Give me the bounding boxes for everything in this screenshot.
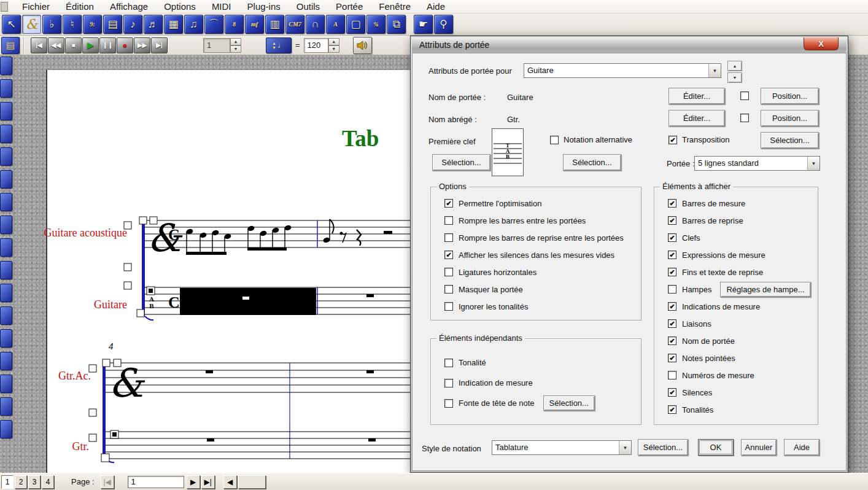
checked-checkbox[interactable]: ✔ xyxy=(668,199,676,208)
abbr-position-button[interactable]: Position... xyxy=(761,110,819,126)
palette-tool-button[interactable] xyxy=(0,284,12,302)
checked-checkbox[interactable]: ✔ xyxy=(668,336,676,345)
hscroll-left-button[interactable]: ◀ xyxy=(223,475,237,489)
abbr-position-checkbox[interactable] xyxy=(740,114,749,122)
checked-checkbox[interactable]: ✔ xyxy=(668,319,676,328)
palette-tool-button[interactable] xyxy=(0,397,12,416)
checked-checkbox[interactable]: ✔ xyxy=(668,251,676,259)
alt-notation-selection-button[interactable]: Sélection... xyxy=(563,154,621,171)
speaker-icon[interactable] xyxy=(353,37,372,54)
measure-number-field[interactable] xyxy=(203,38,230,53)
palette-tool-button[interactable] xyxy=(0,193,12,211)
system-barline[interactable] xyxy=(142,217,145,316)
hand-grabber-button[interactable]: ☛ xyxy=(414,15,433,34)
unchecked-checkbox[interactable] xyxy=(444,285,453,294)
time-signature-button[interactable]: ♮ xyxy=(63,15,82,34)
view-page-button-2[interactable]: 2 xyxy=(15,475,27,489)
checked-checkbox[interactable]: ✔ xyxy=(668,268,676,276)
palette-tool-button[interactable] xyxy=(0,170,12,189)
page-layout-button[interactable]: ⧉ xyxy=(387,15,406,34)
tuplet-button[interactable]: ♫ xyxy=(184,15,203,34)
unchecked-checkbox[interactable] xyxy=(444,399,453,408)
selection-region-button[interactable]: ▢ xyxy=(346,15,365,34)
palette-tool-button[interactable] xyxy=(0,216,12,234)
chord-cm7-button[interactable]: CM7 xyxy=(285,15,304,34)
checked-checkbox[interactable]: ✔ xyxy=(668,405,676,414)
record-button[interactable]: ● xyxy=(117,37,133,53)
cancel-button[interactable]: Annuler xyxy=(741,439,777,456)
edit-abbr-name-button[interactable]: Éditer... xyxy=(668,110,725,126)
checked-checkbox[interactable]: ✔ xyxy=(668,216,676,225)
rewind-button[interactable]: ◀◀ xyxy=(48,37,64,53)
transposition-checkbox[interactable]: ✔ xyxy=(668,136,677,144)
edit-staff-name-button[interactable]: Éditer... xyxy=(668,88,725,104)
staff-tool-button[interactable]: & xyxy=(22,15,41,34)
ottava-button[interactable]: 8 xyxy=(225,15,244,34)
selected-measure-highlight[interactable] xyxy=(180,288,316,315)
speedy-entry-button[interactable]: ♬ xyxy=(144,15,163,34)
tempo-spin-up-button[interactable]: ▲ xyxy=(328,38,339,45)
view-page-button-4[interactable]: 4 xyxy=(42,475,54,489)
palette-tool-button[interactable] xyxy=(0,147,12,166)
checked-checkbox[interactable]: ✔ xyxy=(668,354,676,362)
menu-item-portée[interactable]: Portée xyxy=(328,1,371,12)
articulation-button[interactable]: ∩ xyxy=(306,15,325,34)
palette-tool-button[interactable] xyxy=(0,79,12,98)
menu-item-aide[interactable]: Aide xyxy=(419,1,453,12)
view-page-button-1[interactable]: 1 xyxy=(1,475,14,489)
close-button[interactable]: X xyxy=(804,37,839,50)
checked-checkbox[interactable]: ✔ xyxy=(668,233,676,242)
staff-spin-up-button[interactable]: ▲ xyxy=(727,61,742,71)
palette-tool-button[interactable] xyxy=(0,420,12,438)
zoom-tool-button[interactable]: ⚲ xyxy=(434,15,453,34)
fast-forward-button[interactable]: ▶▶ xyxy=(134,37,150,53)
unchecked-checkbox[interactable] xyxy=(444,233,453,242)
system-barline[interactable] xyxy=(103,359,106,459)
ok-button[interactable]: OK xyxy=(698,439,734,456)
menu-item-édition[interactable]: Édition xyxy=(58,1,102,12)
first-page-button[interactable]: |◀ xyxy=(101,475,114,489)
palette-tool-button[interactable] xyxy=(0,238,12,257)
go-to-start-button[interactable]: |◀ xyxy=(31,37,47,53)
menu-item-midi[interactable]: MIDI xyxy=(204,1,239,12)
checked-checkbox[interactable]: ✔ xyxy=(444,199,453,208)
transposition-selection-button[interactable]: Sélection... xyxy=(761,132,819,149)
key-signature-button[interactable]: ♭ xyxy=(42,15,61,34)
measure-spin-up-button[interactable]: ▲ xyxy=(230,38,241,45)
palette-tool-button[interactable] xyxy=(0,102,12,120)
tempo-spin-down-button[interactable]: ▼ xyxy=(328,45,339,53)
staff-select-combobox[interactable]: Guitare ▼ xyxy=(524,63,721,78)
notation-style-selection-button[interactable]: Sélection... xyxy=(638,439,688,456)
play-button[interactable]: ▶ xyxy=(82,37,99,53)
next-page-button[interactable]: ▶ xyxy=(187,475,200,489)
unchecked-checkbox[interactable] xyxy=(668,285,676,294)
view-page-button-3[interactable]: 3 xyxy=(28,475,41,489)
dropdown-arrow-icon[interactable]: ▼ xyxy=(708,64,721,77)
menu-item-options[interactable]: Options xyxy=(156,1,204,12)
unchecked-checkbox[interactable] xyxy=(444,216,453,225)
checked-checkbox[interactable]: ✔ xyxy=(668,388,676,397)
staff-type-combobox[interactable]: 5 lignes standard ▼ xyxy=(694,156,820,171)
go-to-end-button[interactable]: ▶| xyxy=(151,37,168,53)
smart-shape-slur-button[interactable]: ⌒ xyxy=(204,15,223,34)
open-book-icon[interactable]: ▤ xyxy=(1,37,20,54)
checked-checkbox[interactable]: ✔ xyxy=(444,251,453,259)
unchecked-checkbox[interactable] xyxy=(444,359,453,367)
staff-spin-down-button[interactable]: ▼ xyxy=(727,72,742,83)
notehead-font-selection-button[interactable]: Sélection... xyxy=(543,395,595,411)
keyboard-hyperscribe-button[interactable]: ▦ xyxy=(164,15,183,34)
dropdown-arrow-icon[interactable]: ▼ xyxy=(807,157,820,170)
simple-entry-button[interactable]: ♪ xyxy=(123,15,142,34)
stop-button[interactable]: ■ xyxy=(65,37,82,53)
hscroll-thumb[interactable] xyxy=(238,475,266,489)
palette-tool-button[interactable] xyxy=(0,375,12,393)
palette-tool-button[interactable] xyxy=(0,352,12,370)
selection-arrow-button[interactable]: ↖ xyxy=(2,15,21,34)
notation-style-combobox[interactable]: Tablature ▼ xyxy=(492,440,632,455)
palette-tool-button[interactable] xyxy=(0,329,12,348)
staff-name-position-button[interactable]: Position... xyxy=(761,88,819,104)
pause-button[interactable]: ❙❙ xyxy=(99,37,116,53)
tempo-note-button[interactable]: ▲▼ ♩ xyxy=(266,37,292,53)
palette-tool-button[interactable] xyxy=(0,306,12,325)
page-number-input[interactable] xyxy=(128,476,184,488)
